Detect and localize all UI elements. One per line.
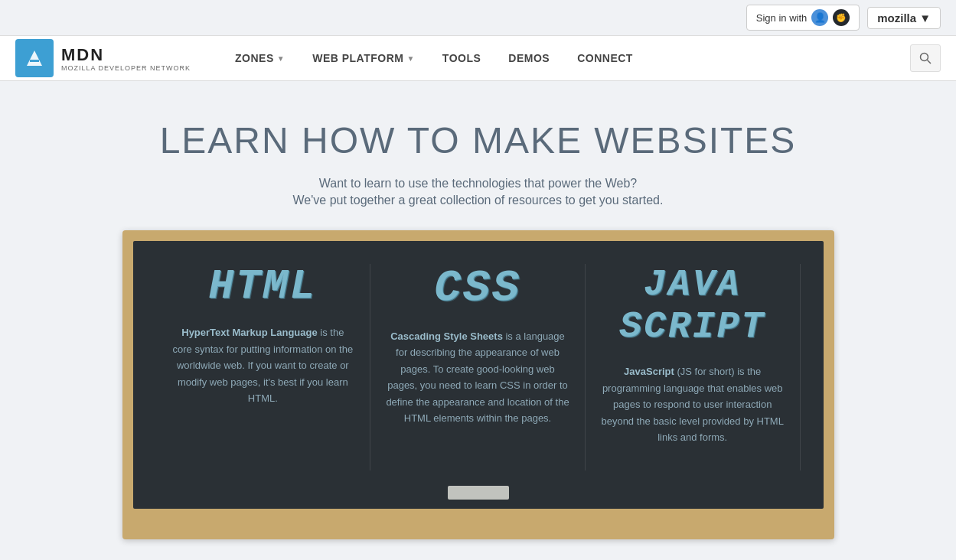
html-desc-rest: is the core syntax for putting informati… (173, 327, 354, 404)
js-term: JavaScript (624, 366, 674, 377)
logo-link[interactable]: MDN MOZILLA DEVELOPER NETWORK (15, 39, 191, 77)
css-column: CSS Cascading Style Sheets is a language… (370, 264, 586, 470)
js-desc: JavaScript (JS for short) is the program… (601, 363, 785, 445)
top-bar: Sign in with 👤 ✊ mozilla ▼ (0, 0, 956, 35)
logo-subtitle: MOZILLA DEVELOPER NETWORK (61, 65, 191, 72)
search-button[interactable] (910, 44, 941, 72)
sign-in-button[interactable]: Sign in with 👤 ✊ (746, 5, 860, 31)
nav-connect[interactable]: CONNECT (563, 35, 647, 81)
js-column: JAVASCRIPT JavaScript (JS for short) is … (586, 264, 801, 470)
chalkboard: HTML HyperText Markup Language is the co… (122, 230, 834, 539)
persona-icon: 👤 (811, 9, 828, 26)
js-extra: (JS for short) (674, 366, 735, 377)
nav-web-platform[interactable]: WEB PLATFORM ▼ (299, 35, 429, 81)
mozilla-label: mozilla (877, 11, 916, 24)
chevron-down-icon: ▼ (919, 11, 931, 24)
chalkboard-inner: HTML HyperText Markup Language is the co… (133, 241, 824, 509)
subtitle-2: We've put together a great collection of… (15, 194, 941, 207)
logo-mdn: MDN (61, 45, 191, 65)
svg-line-4 (928, 60, 932, 64)
js-desc-rest: is the programming language that enables… (601, 366, 783, 443)
search-icon (919, 52, 932, 64)
chalk-eraser (448, 486, 509, 500)
mozilla-button[interactable]: mozilla ▼ (867, 7, 941, 29)
chevron-down-icon: ▼ (277, 54, 285, 63)
css-desc-rest: is a language for describing the appeara… (386, 330, 569, 424)
js-title: JAVASCRIPT (601, 264, 785, 348)
html-desc: HyperText Markup Language is the core sy… (171, 324, 355, 406)
nav-links: ZONES ▼ WEB PLATFORM ▼ TOOLS DEMOS CONNE… (221, 35, 910, 81)
css-desc: Cascading Style Sheets is a language for… (386, 328, 569, 427)
html-term: HyperText Markup Language (181, 327, 317, 338)
chevron-down-icon: ▼ (406, 54, 414, 63)
github-icon: ✊ (833, 9, 850, 26)
nav-zones[interactable]: ZONES ▼ (221, 35, 299, 81)
css-title: CSS (386, 264, 569, 313)
css-term: Cascading Style Sheets (390, 330, 503, 342)
html-title: HTML (171, 264, 355, 309)
logo-icon (15, 39, 54, 77)
svg-point-3 (921, 54, 928, 61)
page-title: LEARN HOW TO MAKE WEBSITES (15, 119, 941, 161)
main-content: LEARN HOW TO MAKE WEBSITES Want to learn… (0, 81, 956, 560)
nav-demos[interactable]: DEMOS (494, 35, 563, 81)
navbar: MDN MOZILLA DEVELOPER NETWORK ZONES ▼ WE… (0, 35, 956, 81)
logo-text: MDN MOZILLA DEVELOPER NETWORK (61, 45, 191, 72)
sign-in-label: Sign in with (756, 12, 807, 24)
nav-tools[interactable]: TOOLS (429, 35, 494, 81)
svg-rect-2 (30, 60, 39, 62)
html-column: HTML HyperText Markup Language is the co… (156, 264, 371, 470)
subtitle-1: Want to learn to use the technologies th… (15, 177, 941, 190)
